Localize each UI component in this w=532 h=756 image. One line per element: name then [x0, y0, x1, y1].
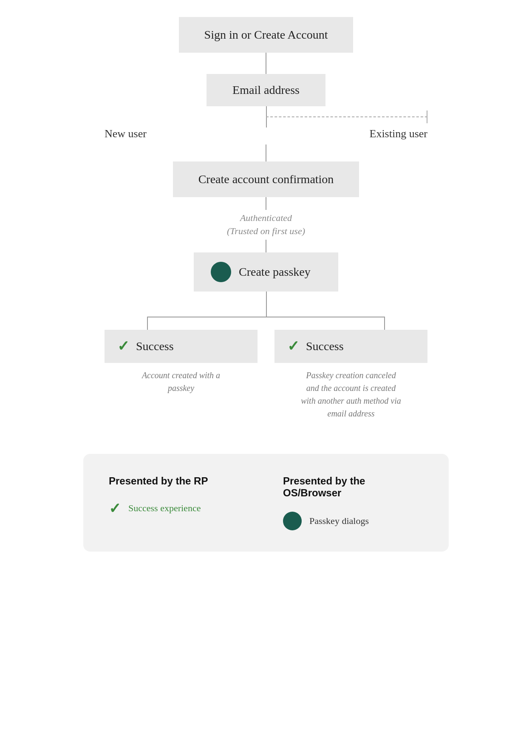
legend-check-icon: ✓ — [109, 500, 121, 517]
legend-browser-col: Presented by the OS/Browser Passkey dial… — [283, 475, 423, 530]
legend-passkey-label: Passkey dialogs — [309, 515, 369, 527]
legend-browser-title: Presented by the OS/Browser — [283, 475, 423, 499]
right-branch-desc: Passkey creation canceled and the accoun… — [300, 369, 402, 420]
right-v-drop — [384, 317, 385, 330]
connector-3 — [266, 197, 266, 210]
right-success-label: Success — [306, 340, 344, 353]
connector-2 — [266, 144, 266, 161]
branch-connector-row — [105, 106, 427, 127]
existing-user-label: Existing user — [370, 127, 428, 140]
email-box: Email address — [207, 74, 325, 106]
right-branch: ✓ Success Passkey creation canceled and … — [274, 330, 427, 420]
left-v-drop — [147, 317, 148, 330]
auth-note-line2: (Trusted on first use) — [227, 226, 305, 236]
legend-success-item: ✓ Success experience — [109, 500, 249, 517]
branches-row: ✓ Success Account created with a passkey… — [105, 330, 427, 420]
split-v-drops — [105, 317, 427, 330]
split-v-center — [266, 292, 267, 317]
create-passkey-box: Create passkey — [194, 252, 338, 292]
new-user-label: New user — [105, 127, 147, 140]
sign-in-box: Sign in or Create Account — [179, 17, 354, 53]
left-branch-desc: Account created with a passkey — [130, 369, 232, 394]
left-success-box: ✓ Success — [105, 330, 258, 363]
branch-labels-row: New user Existing user — [105, 127, 427, 140]
left-checkmark-icon: ✓ — [117, 339, 129, 354]
legend-circle-icon — [283, 512, 302, 530]
split-h-line — [147, 317, 385, 317]
flow-diagram: Sign in or Create Account Email address … — [75, 17, 457, 552]
dashed-h-line — [266, 116, 427, 117]
left-branch: ✓ Success Account created with a passkey — [105, 330, 258, 394]
left-success-label: Success — [136, 340, 174, 353]
legend-rp-col: Presented by the RP ✓ Success experience — [109, 475, 249, 517]
auth-note-line1: Authenticated — [240, 212, 292, 223]
right-success-box: ✓ Success — [274, 330, 427, 363]
connector-4 — [266, 240, 266, 252]
create-account-box: Create account confirmation — [173, 161, 359, 197]
connector-1 — [266, 53, 266, 74]
legend-passkey-item: Passkey dialogs — [283, 512, 423, 530]
create-passkey-label: Create passkey — [239, 265, 311, 279]
legend-rp-title: Presented by the RP — [109, 475, 249, 487]
split-connector — [105, 292, 427, 317]
legend-success-label: Success experience — [128, 503, 201, 514]
legend-box: Presented by the RP ✓ Success experience… — [83, 454, 449, 552]
email-label: Email address — [232, 83, 300, 96]
v-tick-right — [427, 110, 427, 123]
create-account-label: Create account confirmation — [198, 173, 334, 186]
sign-in-label: Sign in or Create Account — [204, 28, 328, 41]
auth-note: Authenticated (Trusted on first use) — [227, 212, 305, 238]
split-v-left-cap — [147, 317, 148, 317]
passkey-circle-icon — [211, 262, 231, 282]
split-v-right-cap — [384, 317, 385, 317]
right-checkmark-icon: ✓ — [287, 339, 299, 354]
